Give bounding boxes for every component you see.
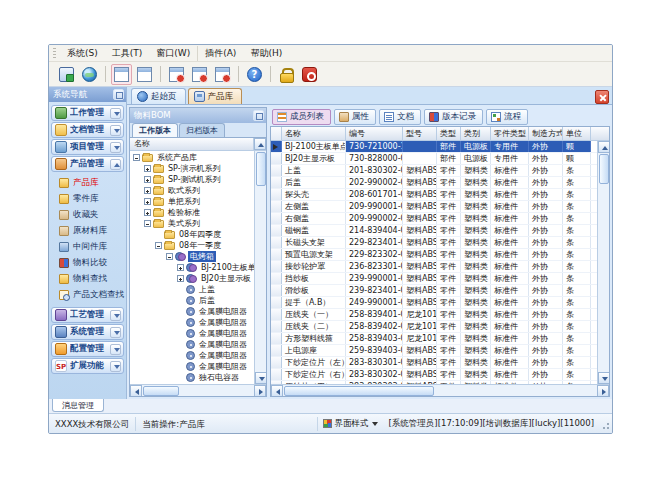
table-cell[interactable]: 零件 [437, 177, 461, 188]
tree-node[interactable]: 电烤箱 [130, 251, 254, 262]
table-cell[interactable]: 外协 [529, 297, 563, 308]
table-cell[interactable]: 零件 [437, 333, 461, 344]
member-panel-tab[interactable]: 流程 [486, 109, 528, 125]
table-cell[interactable]: 零件 [437, 261, 461, 272]
table-cell[interactable]: 塑料ABS [403, 165, 437, 176]
table-cell[interactable]: 零件 [437, 201, 461, 212]
table-cell[interactable]: 左侧盖 [282, 201, 346, 212]
sidebar-item[interactable]: 产品库 [51, 175, 124, 191]
menu-item[interactable]: 工具(T) [105, 46, 150, 61]
table-cell[interactable]: 条 [563, 177, 591, 188]
table-cell[interactable]: 外协 [529, 153, 563, 164]
collapse-icon[interactable] [166, 253, 173, 260]
sidebar-item[interactable]: 零件库 [51, 191, 124, 207]
table-row[interactable]: BJ20主显示板730-828000-04I部件电源板专用件外协颗 [271, 153, 597, 165]
table-cell[interactable]: 长磁头支架 [282, 237, 346, 248]
table-cell[interactable]: 塑料类 [461, 357, 491, 368]
table-cell[interactable]: 零件 [437, 297, 461, 308]
table-scroll-right-button[interactable] [597, 385, 609, 397]
member-panel-tab[interactable]: 成员列表 [272, 109, 331, 125]
table-cell[interactable] [403, 153, 437, 164]
table-cell[interactable]: 后盖 [282, 177, 346, 188]
table-cell[interactable]: 塑料ABS [403, 237, 437, 248]
table-cell[interactable]: 条 [563, 213, 591, 224]
table-cell[interactable]: 零件 [437, 165, 461, 176]
collapse-icon[interactable] [144, 220, 151, 227]
table-cell[interactable]: 专用件 [491, 141, 529, 152]
table-cell[interactable]: 零件 [437, 225, 461, 236]
column-header[interactable]: 单位 [563, 127, 591, 140]
tree-node[interactable]: 金属膜电阻器 [130, 350, 254, 361]
table-cell[interactable]: 塑料ABS [403, 285, 437, 296]
table-cell[interactable]: 塑料类 [461, 309, 491, 320]
sidebar-item[interactable]: 产品文档查找 [51, 287, 124, 303]
table-cell[interactable]: 塑料类 [461, 273, 491, 284]
table-row[interactable]: 上电源座259-839403-00I塑料ABS零件塑料类标准件外协条 [271, 345, 597, 357]
table-cell[interactable]: 塑料ABS [403, 357, 437, 368]
chevron-up-icon[interactable] [110, 159, 121, 170]
table-cell[interactable]: 外协 [529, 141, 563, 152]
table-cell[interactable]: 208-601701-01I [346, 189, 403, 200]
table-cell[interactable]: 条 [563, 345, 591, 356]
table-cell[interactable]: 颗 [563, 153, 591, 164]
table-scroll-left-button[interactable] [271, 385, 283, 397]
table-cell[interactable]: 外协 [529, 177, 563, 188]
table-cell[interactable]: 外协 [529, 309, 563, 320]
table-cell[interactable]: 标准件 [491, 201, 529, 212]
tree-node[interactable]: BJ20主显示板 [130, 273, 254, 284]
tree-vscroll-thumb[interactable] [256, 152, 266, 186]
table-cell[interactable]: 标准件 [491, 237, 529, 248]
tree-scroll-down-button[interactable] [255, 372, 266, 384]
chevron-down-icon[interactable] [110, 125, 121, 136]
tree-hscroll-thumb[interactable] [143, 386, 179, 396]
member-panel-tab[interactable]: 版本记录 [424, 109, 483, 125]
tree-node[interactable]: 金属膜电阻器 [130, 361, 254, 372]
toolbar-button[interactable] [134, 64, 155, 85]
table-cell[interactable]: 零件 [437, 309, 461, 320]
table-cell[interactable]: 条 [563, 333, 591, 344]
table-cell[interactable]: 下纱定位片（左） [282, 357, 346, 368]
table-cell[interactable]: 259-839403-00I [346, 345, 403, 356]
table-cell[interactable]: BJ20主显示板 [282, 153, 346, 164]
table-cell[interactable]: 条 [563, 225, 591, 236]
table-cell[interactable]: 塑料类 [461, 369, 491, 380]
table-cell[interactable]: 229-823302-00I [346, 249, 403, 260]
table-cell[interactable]: 标准件 [491, 369, 529, 380]
table-cell[interactable]: 磁钢盖 [282, 225, 346, 236]
table-scroll-down-button[interactable] [598, 372, 609, 384]
tree-node[interactable]: 美式系列 [130, 218, 254, 229]
sidebar-item[interactable]: 中间件库 [51, 239, 124, 255]
table-cell[interactable]: 提手（A.B） [282, 297, 346, 308]
tree-scroll-up-button[interactable] [254, 138, 266, 150]
table-row[interactable]: 左侧盖209-990001-01I塑料ABS零件塑料类标准件外协条 [271, 201, 597, 213]
table-cell[interactable]: 标准件 [491, 177, 529, 188]
table-cell[interactable]: 条 [563, 189, 591, 200]
table-row[interactable]: 压线夹（二）258-839402-00I尼龙1010零件塑料类标准件外协条 [271, 321, 597, 333]
bom-version-tab[interactable]: 工作版本 [132, 123, 178, 137]
table-cell[interactable]: 外协 [529, 165, 563, 176]
table-cell[interactable]: 标准件 [491, 321, 529, 332]
table-cell[interactable]: 239-823401-00I [346, 285, 403, 296]
table-cell[interactable]: 条 [563, 297, 591, 308]
table-cell[interactable]: 标准件 [491, 333, 529, 344]
table-cell[interactable]: 258-839403-00I [346, 333, 403, 344]
table-cell[interactable]: 条 [563, 237, 591, 248]
table-cell[interactable]: 塑料ABS [403, 249, 437, 260]
chevron-down-icon[interactable] [110, 310, 121, 321]
tree-node[interactable]: SP-测试机系列 [130, 174, 254, 185]
sidebar-pin-button[interactable] [113, 89, 124, 100]
table-cell[interactable]: 塑料类 [461, 285, 491, 296]
tree-node[interactable]: 单把系列 [130, 196, 254, 207]
table-cell[interactable]: 尼龙1010 [403, 309, 437, 320]
tree-node[interactable]: SP-演示机系列 [130, 163, 254, 174]
table-row[interactable]: 预置电源支架229-823302-00I塑料ABS零件塑料类标准件外协条 [271, 249, 597, 261]
expand-icon[interactable] [144, 176, 151, 183]
table-cell[interactable]: 塑料类 [461, 345, 491, 356]
sidebar-item[interactable]: 物料比较 [51, 255, 124, 271]
collapse-icon[interactable] [133, 154, 140, 161]
toolbar-button[interactable] [56, 64, 77, 85]
tree-scroll-right-button[interactable] [254, 385, 266, 397]
expand-icon[interactable] [177, 264, 184, 271]
table-cell[interactable]: 尼龙1010 [403, 333, 437, 344]
table-cell[interactable]: 塑料类 [461, 333, 491, 344]
